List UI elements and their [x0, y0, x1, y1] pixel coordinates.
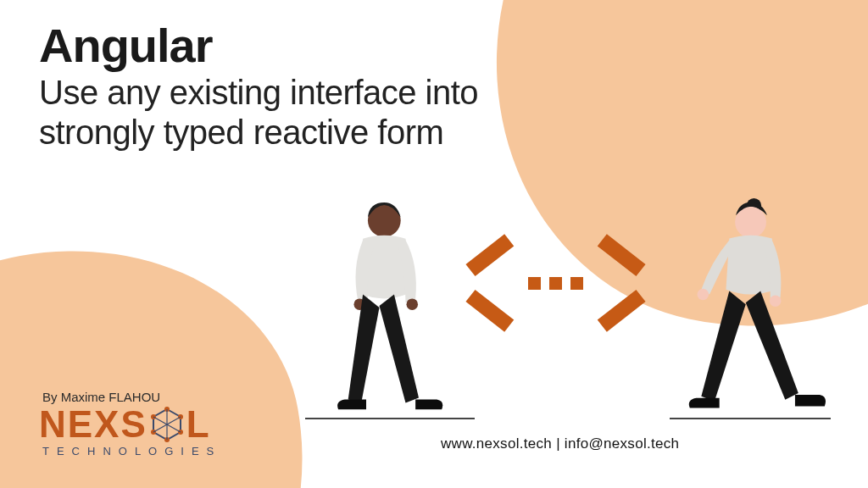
brand-logo-wordmark: NEXS L [39, 406, 221, 443]
headline-title: Angular [39, 22, 514, 69]
code-brackets-icon [470, 246, 641, 320]
svg-point-16 [770, 295, 782, 307]
headline-subtitle: Use any existing interface into strongly… [39, 73, 514, 152]
ellipsis-icon [528, 277, 583, 290]
brand-logo-part2: L [186, 406, 211, 443]
author-byline: By Maxime FLAHOU [39, 390, 221, 404]
person-left-illustration [314, 197, 445, 419]
person-right-illustration [678, 197, 826, 419]
brand-logo-part1: NEXS [39, 406, 147, 443]
svg-point-12 [406, 298, 418, 310]
chevron-right-icon [597, 246, 641, 320]
author-block: By Maxime FLAHOU NEXS [39, 390, 221, 458]
illustration [280, 191, 839, 436]
contact-line: www.nexsol.tech | info@nexsol.tech [441, 435, 679, 452]
brand-logo-mark-icon [149, 407, 185, 442]
svg-point-15 [697, 289, 709, 301]
banner-root: Angular Use any existing interface into … [0, 0, 868, 488]
chevron-left-icon [470, 246, 515, 320]
headline-block: Angular Use any existing interface into … [39, 22, 514, 152]
brand-logo-sub: TECHNOLOGIES [39, 445, 221, 458]
brand-logo: NEXS L TE [39, 406, 221, 458]
